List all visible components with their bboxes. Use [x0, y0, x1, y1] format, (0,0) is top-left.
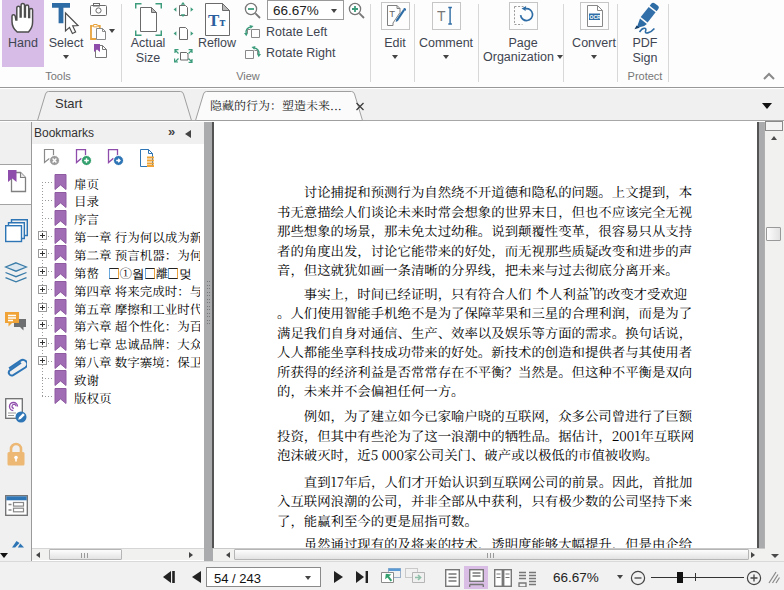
svg-text:T: T — [437, 8, 446, 24]
svg-text:T: T — [389, 8, 395, 19]
svg-text:T: T — [208, 11, 220, 30]
svg-text:OCR: OCR — [590, 14, 602, 20]
svg-text:т: т — [220, 15, 226, 29]
